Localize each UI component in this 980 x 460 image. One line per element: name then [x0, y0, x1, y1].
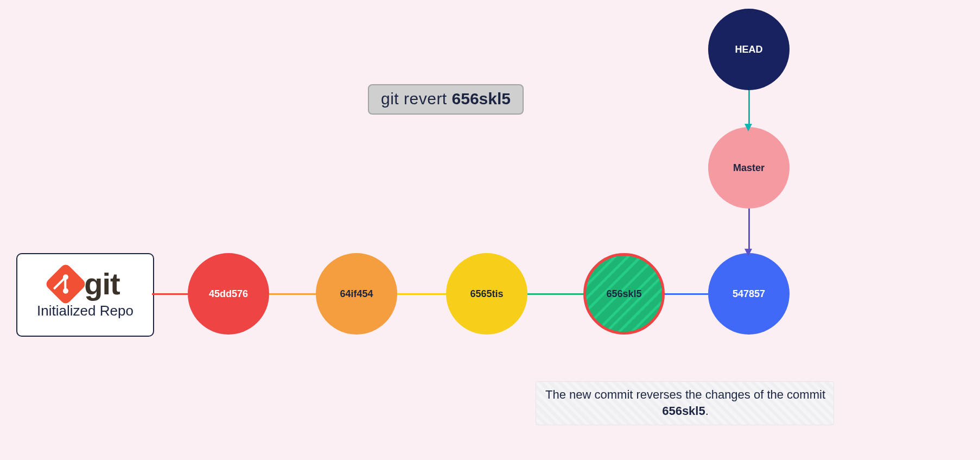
edge-c2-c3 [397, 293, 446, 295]
commit-node-3: 6565tis [446, 253, 527, 335]
repo-caption: Initialized Repo [37, 303, 133, 319]
ref-label: Master [733, 162, 765, 174]
explain-text-post: . [705, 404, 709, 418]
explanation-box: The new commit reverses the changes of t… [536, 381, 834, 425]
edge-c1-c2 [269, 293, 316, 295]
command-text: git revert [381, 90, 452, 108]
edge-c3-c4 [527, 293, 583, 295]
initialized-repo-card: git Initialized Repo [16, 253, 154, 337]
arrowhead-icon [744, 124, 752, 131]
head-ref-node: HEAD [708, 9, 790, 90]
explain-hash: 656skl5 [662, 404, 705, 418]
arrow-master-to-commit [748, 209, 750, 250]
commit-hash: 45dd576 [209, 288, 248, 300]
commit-node-reverted: 656skl5 [583, 253, 665, 335]
master-ref-node: Master [708, 127, 790, 209]
git-revert-diagram: git revert 656skl5 git Initialized Repo … [0, 0, 980, 460]
arrowhead-icon [744, 249, 752, 256]
commit-hash: 64if454 [340, 288, 373, 300]
commit-node-5-new: 547857 [708, 253, 790, 335]
command-hash: 656skl5 [452, 90, 511, 108]
git-logo-icon [44, 262, 87, 305]
ref-label: HEAD [735, 44, 762, 55]
git-logo-word: git [84, 269, 119, 299]
commit-hash: 547857 [733, 288, 765, 300]
commit-node-1: 45dd576 [188, 253, 269, 335]
commit-hash: 656skl5 [606, 288, 641, 300]
git-logo: git [50, 269, 119, 299]
explain-text-pre: The new commit reverses the changes of t… [545, 388, 825, 401]
edge-repo-c1 [152, 293, 188, 295]
commit-node-2: 64if454 [316, 253, 397, 335]
command-chip: git revert 656skl5 [368, 84, 524, 115]
edge-c4-c5 [665, 293, 708, 295]
arrow-head-to-master [748, 90, 750, 125]
commit-hash: 6565tis [470, 288, 503, 300]
